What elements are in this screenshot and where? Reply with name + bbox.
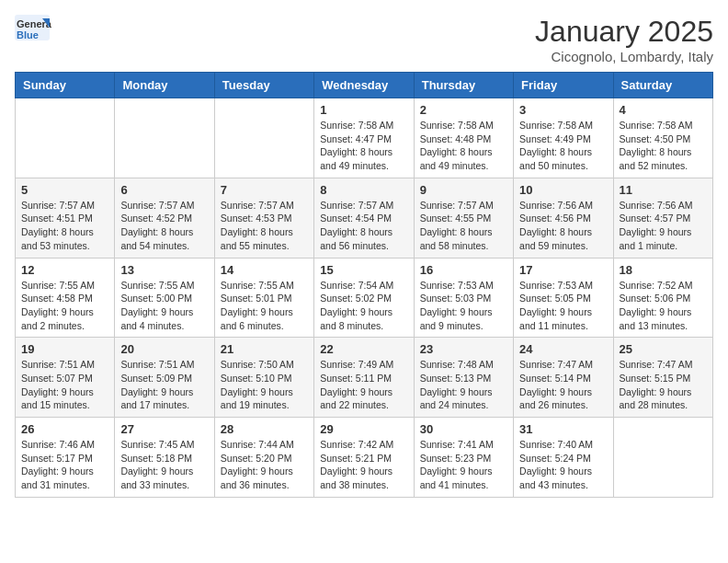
day-number: 5 [21,183,108,197]
calendar-header-row: SundayMondayTuesdayWednesdayThursdayFrid… [16,73,713,98]
calendar-week-row: 5Sunrise: 7:57 AM Sunset: 4:51 PM Daylig… [16,178,713,258]
calendar-cell: 25Sunrise: 7:47 AM Sunset: 5:15 PM Dayli… [613,338,712,418]
day-info: Sunrise: 7:57 AM Sunset: 4:51 PM Dayligh… [21,199,108,253]
day-number: 8 [320,183,407,197]
svg-text:Blue: Blue [17,29,39,40]
calendar-cell: 19Sunrise: 7:51 AM Sunset: 5:07 PM Dayli… [16,338,115,418]
day-info: Sunrise: 7:57 AM Sunset: 4:52 PM Dayligh… [120,199,208,253]
calendar-cell: 22Sunrise: 7:49 AM Sunset: 5:11 PM Dayli… [314,338,414,418]
day-number: 23 [420,342,507,356]
calendar-cell: 14Sunrise: 7:55 AM Sunset: 5:01 PM Dayli… [214,258,313,338]
day-info: Sunrise: 7:56 AM Sunset: 4:57 PM Dayligh… [620,199,707,253]
calendar-cell [613,418,712,498]
page-header: General Blue January 2025 Cicognolo, Lom… [15,15,713,64]
day-number: 2 [420,103,507,117]
calendar-cell: 27Sunrise: 7:45 AM Sunset: 5:18 PM Dayli… [115,418,214,498]
day-number: 15 [320,263,407,277]
calendar-cell: 26Sunrise: 7:46 AM Sunset: 5:17 PM Dayli… [16,418,115,498]
day-info: Sunrise: 7:49 AM Sunset: 5:11 PM Dayligh… [320,358,407,412]
calendar-week-row: 12Sunrise: 7:55 AM Sunset: 4:58 PM Dayli… [16,258,713,338]
calendar-cell: 7Sunrise: 7:57 AM Sunset: 4:53 PM Daylig… [214,178,313,258]
day-number: 6 [120,183,208,197]
day-info: Sunrise: 7:58 AM Sunset: 4:47 PM Dayligh… [320,119,407,173]
calendar-cell: 10Sunrise: 7:56 AM Sunset: 4:56 PM Dayli… [514,178,613,258]
title-block: January 2025 Cicognolo, Lombardy, Italy [535,15,713,64]
day-info: Sunrise: 7:57 AM Sunset: 4:55 PM Dayligh… [420,199,507,253]
day-number: 25 [620,342,707,356]
day-number: 16 [420,263,507,277]
day-info: Sunrise: 7:47 AM Sunset: 5:14 PM Dayligh… [519,358,607,412]
day-number: 13 [120,263,208,277]
month-title: January 2025 [535,15,713,49]
calendar-cell: 17Sunrise: 7:53 AM Sunset: 5:05 PM Dayli… [514,258,613,338]
day-number: 28 [221,422,308,436]
calendar-cell: 9Sunrise: 7:57 AM Sunset: 4:55 PM Daylig… [414,178,513,258]
day-info: Sunrise: 7:48 AM Sunset: 5:13 PM Dayligh… [420,358,507,412]
day-info: Sunrise: 7:55 AM Sunset: 4:58 PM Dayligh… [21,279,108,333]
day-number: 24 [519,342,607,356]
calendar-cell: 12Sunrise: 7:55 AM Sunset: 4:58 PM Dayli… [16,258,115,338]
day-info: Sunrise: 7:55 AM Sunset: 5:00 PM Dayligh… [120,279,208,333]
calendar-cell [115,98,214,178]
day-number: 3 [519,103,607,117]
logo-icon: General Blue [15,15,51,42]
day-number: 14 [221,263,308,277]
calendar-cell: 6Sunrise: 7:57 AM Sunset: 4:52 PM Daylig… [115,178,214,258]
calendar-cell: 5Sunrise: 7:57 AM Sunset: 4:51 PM Daylig… [16,178,115,258]
calendar-cell [16,98,115,178]
calendar-cell: 20Sunrise: 7:51 AM Sunset: 5:09 PM Dayli… [115,338,214,418]
day-info: Sunrise: 7:56 AM Sunset: 4:56 PM Dayligh… [519,199,607,253]
calendar-cell: 15Sunrise: 7:54 AM Sunset: 5:02 PM Dayli… [314,258,414,338]
day-number: 21 [221,342,308,356]
calendar-cell: 8Sunrise: 7:57 AM Sunset: 4:54 PM Daylig… [314,178,414,258]
day-number: 20 [120,342,208,356]
calendar-cell: 2Sunrise: 7:58 AM Sunset: 4:48 PM Daylig… [414,98,513,178]
calendar-cell: 24Sunrise: 7:47 AM Sunset: 5:14 PM Dayli… [514,338,613,418]
column-header-sunday: Sunday [16,73,115,98]
logo: General Blue [15,15,53,42]
calendar-week-row: 26Sunrise: 7:46 AM Sunset: 5:17 PM Dayli… [16,418,713,498]
day-number: 17 [519,263,607,277]
day-info: Sunrise: 7:50 AM Sunset: 5:10 PM Dayligh… [221,358,308,412]
day-info: Sunrise: 7:57 AM Sunset: 4:54 PM Dayligh… [320,199,407,253]
calendar-cell: 21Sunrise: 7:50 AM Sunset: 5:10 PM Dayli… [214,338,313,418]
day-info: Sunrise: 7:44 AM Sunset: 5:20 PM Dayligh… [221,438,308,492]
day-number: 7 [221,183,308,197]
calendar-cell: 29Sunrise: 7:42 AM Sunset: 5:21 PM Dayli… [314,418,414,498]
day-number: 4 [620,103,707,117]
day-number: 10 [519,183,607,197]
day-number: 18 [620,263,707,277]
day-info: Sunrise: 7:41 AM Sunset: 5:23 PM Dayligh… [420,438,507,492]
calendar-cell: 1Sunrise: 7:58 AM Sunset: 4:47 PM Daylig… [314,98,414,178]
calendar-table: SundayMondayTuesdayWednesdayThursdayFrid… [15,72,713,498]
column-header-thursday: Thursday [414,73,513,98]
calendar-cell: 4Sunrise: 7:58 AM Sunset: 4:50 PM Daylig… [613,98,712,178]
calendar-cell: 11Sunrise: 7:56 AM Sunset: 4:57 PM Dayli… [613,178,712,258]
day-info: Sunrise: 7:46 AM Sunset: 5:17 PM Dayligh… [21,438,108,492]
day-info: Sunrise: 7:40 AM Sunset: 5:24 PM Dayligh… [519,438,607,492]
calendar-cell: 28Sunrise: 7:44 AM Sunset: 5:20 PM Dayli… [214,418,313,498]
column-header-monday: Monday [115,73,214,98]
calendar-cell: 18Sunrise: 7:52 AM Sunset: 5:06 PM Dayli… [613,258,712,338]
calendar-cell [214,98,313,178]
calendar-cell: 30Sunrise: 7:41 AM Sunset: 5:23 PM Dayli… [414,418,513,498]
day-number: 12 [21,263,108,277]
day-info: Sunrise: 7:52 AM Sunset: 5:06 PM Dayligh… [620,279,707,333]
location: Cicognolo, Lombardy, Italy [535,49,713,64]
day-number: 29 [320,422,407,436]
calendar-cell: 13Sunrise: 7:55 AM Sunset: 5:00 PM Dayli… [115,258,214,338]
day-info: Sunrise: 7:58 AM Sunset: 4:48 PM Dayligh… [420,119,507,173]
day-info: Sunrise: 7:58 AM Sunset: 4:49 PM Dayligh… [519,119,607,173]
day-info: Sunrise: 7:53 AM Sunset: 5:05 PM Dayligh… [519,279,607,333]
column-header-wednesday: Wednesday [314,73,414,98]
calendar-cell: 31Sunrise: 7:40 AM Sunset: 5:24 PM Dayli… [514,418,613,498]
day-info: Sunrise: 7:55 AM Sunset: 5:01 PM Dayligh… [221,279,308,333]
calendar-cell: 16Sunrise: 7:53 AM Sunset: 5:03 PM Dayli… [414,258,513,338]
day-info: Sunrise: 7:54 AM Sunset: 5:02 PM Dayligh… [320,279,407,333]
day-number: 27 [120,422,208,436]
column-header-saturday: Saturday [613,73,712,98]
day-info: Sunrise: 7:57 AM Sunset: 4:53 PM Dayligh… [221,199,308,253]
day-number: 11 [620,183,707,197]
calendar-cell: 23Sunrise: 7:48 AM Sunset: 5:13 PM Dayli… [414,338,513,418]
day-number: 19 [21,342,108,356]
